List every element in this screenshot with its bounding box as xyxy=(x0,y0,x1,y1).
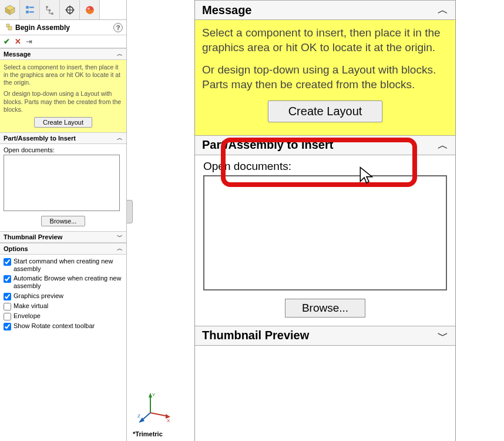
panel-resize-handle[interactable] xyxy=(127,200,133,223)
axis-triad-icon: Y X Z xyxy=(137,390,173,426)
opt-envelope-label: Envelope xyxy=(14,312,41,320)
zoom-message-header[interactable]: Message ︿ xyxy=(195,0,455,20)
message-para1: Select a component to insert, then place… xyxy=(4,64,123,86)
svg-rect-8 xyxy=(48,9,50,11)
opt-show-rotate-checkbox[interactable] xyxy=(4,323,11,330)
tab-property-manager[interactable] xyxy=(20,0,40,19)
opt-start-command-checkbox[interactable] xyxy=(4,258,11,266)
zoom-message-body: Select a component to insert, then place… xyxy=(195,20,455,135)
browse-button[interactable]: Browse... xyxy=(41,216,86,226)
tab-dim-expert[interactable] xyxy=(60,0,80,19)
section-insert-label: Part/Assembly to Insert xyxy=(4,135,76,142)
open-documents-listbox[interactable] xyxy=(4,155,120,211)
zoom-thumbnail-header[interactable]: Thumbnail Preview ﹀ xyxy=(195,326,455,346)
insert-body: Open documents: Browse... xyxy=(0,144,126,231)
svg-text:Z: Z xyxy=(137,413,140,419)
svg-rect-9 xyxy=(51,12,53,14)
message-body: Select a component to insert, then place… xyxy=(0,60,126,132)
cube-icon xyxy=(5,5,15,15)
section-message-header[interactable]: Message ︿ xyxy=(0,48,126,60)
svg-text:Y: Y xyxy=(152,392,156,397)
section-options-header[interactable]: Options ︿ xyxy=(0,243,126,255)
opt-make-virtual-checkbox[interactable] xyxy=(4,303,11,310)
chevron-up-icon: ︿ xyxy=(438,138,448,152)
svg-line-20 xyxy=(150,413,168,416)
pushpin-icon[interactable]: ⇥ xyxy=(26,37,32,46)
cursor-icon xyxy=(358,166,375,185)
ok-icon[interactable]: ✔ xyxy=(4,37,10,46)
chevron-up-icon: ︿ xyxy=(117,50,123,58)
opt-graphics-preview-checkbox[interactable] xyxy=(4,293,11,300)
zoom-insert-header[interactable]: Part/Assembly to Insert ︿ xyxy=(195,135,455,155)
zoom-panel: Message ︿ Select a component to insert, … xyxy=(194,0,456,441)
opt-auto-browse-checkbox[interactable] xyxy=(4,275,11,283)
svg-point-14 xyxy=(87,8,90,9)
chevron-down-icon: ﹀ xyxy=(117,233,123,241)
zoom-message-para2: Or design top-down using a Layout with b… xyxy=(202,63,448,92)
svg-rect-5 xyxy=(26,11,29,14)
help-icon[interactable]: ? xyxy=(113,23,123,32)
tab-configuration-manager[interactable] xyxy=(40,0,60,19)
zoom-insert-body: Open documents: Browse... xyxy=(195,155,455,326)
tree-icon xyxy=(45,5,55,15)
opt-envelope-checkbox[interactable] xyxy=(4,313,11,320)
opt-start-command-label: Start command when creating new assembly xyxy=(14,258,123,273)
opt-auto-browse-label: Automatic Browse when creating new assem… xyxy=(14,275,123,290)
zoom-create-layout-button[interactable]: Create Layout xyxy=(268,101,383,122)
zoom-open-documents-label: Open documents: xyxy=(203,160,447,173)
panel-title-row: Begin Assembly ? xyxy=(0,20,126,35)
zoom-thumbnail-label: Thumbnail Preview xyxy=(202,329,309,342)
create-layout-button[interactable]: Create Layout xyxy=(34,117,92,128)
cancel-icon[interactable]: ✕ xyxy=(15,37,21,46)
options-body: Start command when creating new assembly… xyxy=(0,255,126,333)
zoom-browse-button[interactable]: Browse... xyxy=(285,299,365,318)
opt-graphics-preview-label: Graphics preview xyxy=(14,292,63,300)
target-icon xyxy=(65,5,75,15)
section-options-label: Options xyxy=(4,245,28,252)
tab-feature-manager[interactable] xyxy=(0,0,20,19)
svg-text:X: X xyxy=(167,418,170,423)
section-message-label: Message xyxy=(4,51,31,58)
list-icon xyxy=(25,5,35,15)
zoom-open-documents-listbox[interactable] xyxy=(203,175,447,290)
svg-rect-6 xyxy=(29,11,33,12)
svg-rect-3 xyxy=(26,6,29,9)
message-para2: Or design top-down using a Layout with b… xyxy=(4,90,123,113)
svg-marker-26 xyxy=(360,168,372,183)
property-manager-panel: Begin Assembly ? ✔ ✕ ⇥ Message ︿ Select … xyxy=(0,0,127,441)
tab-display-manager[interactable] xyxy=(80,0,100,19)
view-orientation-label: *Trimetric xyxy=(133,430,163,437)
panel-tab-strip xyxy=(0,0,126,20)
svg-rect-4 xyxy=(29,6,33,8)
svg-rect-7 xyxy=(46,6,48,8)
section-thumbnail-label: Thumbnail Preview xyxy=(4,233,62,240)
chevron-down-icon: ﹀ xyxy=(438,329,448,343)
chevron-up-icon: ︿ xyxy=(117,134,123,142)
section-thumbnail-header[interactable]: Thumbnail Preview ﹀ xyxy=(0,231,126,243)
section-insert-header[interactable]: Part/Assembly to Insert ︿ xyxy=(0,132,126,144)
panel-title: Begin Assembly xyxy=(15,24,70,32)
opt-make-virtual-label: Make virtual xyxy=(14,302,48,310)
chevron-up-icon: ︿ xyxy=(438,3,448,17)
opt-show-rotate-label: Show Rotate context toolbar xyxy=(14,322,95,330)
confirm-row: ✔ ✕ ⇥ xyxy=(0,35,126,48)
svg-marker-16 xyxy=(8,26,12,30)
sphere-icon xyxy=(85,5,95,15)
assembly-icon xyxy=(4,23,13,32)
open-documents-label: Open documents: xyxy=(4,146,123,153)
zoom-insert-label: Part/Assembly to Insert xyxy=(202,138,333,152)
chevron-up-icon: ︿ xyxy=(117,245,123,253)
zoom-message-para1: Select a component to insert, then place… xyxy=(202,26,448,55)
zoom-message-label: Message xyxy=(202,4,252,17)
